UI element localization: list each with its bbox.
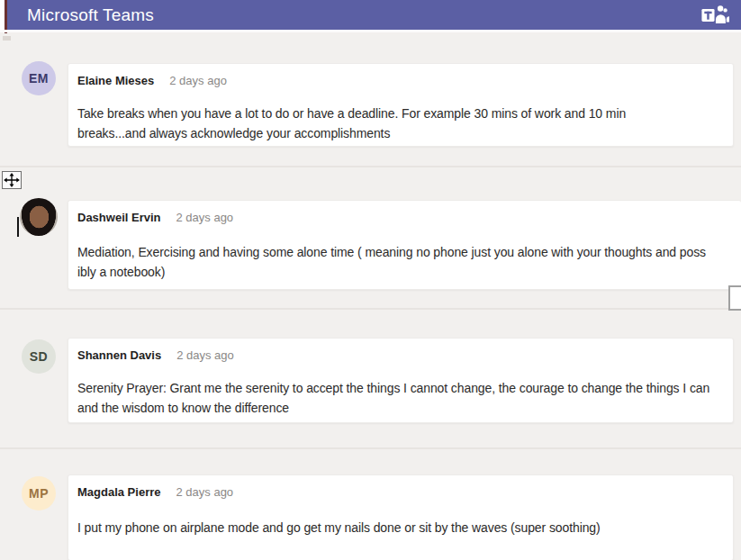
teams-window: Microsoft Teams EM Elaine Mieses 2 days … bbox=[0, 0, 741, 560]
message-header: Dashweil Ervin 2 days ago bbox=[77, 211, 732, 227]
message-text: I put my phone on airplane mode and go g… bbox=[77, 518, 724, 537]
teams-logo-icon bbox=[700, 3, 729, 27]
message-text: Serenity Prayer: Grant me the serenity t… bbox=[77, 378, 724, 418]
message-header: Shannen Davis 2 days ago bbox=[77, 348, 724, 365]
message-text: Mediation, Exercising and having some al… bbox=[77, 242, 732, 282]
sender-name: Dashweil Ervin bbox=[77, 211, 160, 224]
header-bottom-band bbox=[0, 30, 741, 32]
avatar-elaine-mieses[interactable]: EM bbox=[22, 61, 56, 95]
left-border-artifact bbox=[5, 0, 7, 33]
message-timestamp: 2 days ago bbox=[169, 74, 227, 87]
message-card: Magdala Pierre 2 days ago I put my phone… bbox=[68, 474, 734, 560]
message-header: Elaine Mieses 2 days ago bbox=[77, 74, 724, 90]
message-card: Elaine Mieses 2 days ago Take breaks whe… bbox=[68, 63, 734, 147]
selection-corner-artifact bbox=[3, 36, 11, 41]
avatar-magdala-pierre[interactable]: MP bbox=[22, 476, 56, 510]
message-text: Take breaks when you have a lot to do or… bbox=[77, 104, 724, 143]
image-resize-handle[interactable] bbox=[728, 285, 741, 311]
sender-name: Shannen Davis bbox=[77, 348, 161, 362]
move-cursor-icon bbox=[2, 171, 22, 189]
message-timestamp: 2 days ago bbox=[176, 211, 233, 224]
message-divider bbox=[0, 166, 741, 167]
avatar-shannen-davis[interactable]: SD bbox=[22, 339, 56, 374]
message-divider bbox=[0, 308, 741, 310]
avatar-dashweil-ervin[interactable] bbox=[20, 198, 58, 236]
app-header: Microsoft Teams bbox=[7, 0, 741, 30]
message-card: Dashweil Ervin 2 days ago Mediation, Exe… bbox=[68, 200, 741, 290]
app-title: Microsoft Teams bbox=[27, 5, 154, 25]
text-cursor-caret bbox=[17, 217, 19, 237]
sender-name: Elaine Mieses bbox=[77, 74, 154, 87]
message-timestamp: 2 days ago bbox=[176, 348, 234, 362]
message-header: Magdala Pierre 2 days ago bbox=[77, 485, 724, 501]
message-divider bbox=[0, 447, 741, 449]
sender-name: Magdala Pierre bbox=[77, 485, 161, 499]
message-timestamp: 2 days ago bbox=[176, 485, 234, 499]
message-card: Shannen Davis 2 days ago Serenity Prayer… bbox=[68, 338, 734, 423]
